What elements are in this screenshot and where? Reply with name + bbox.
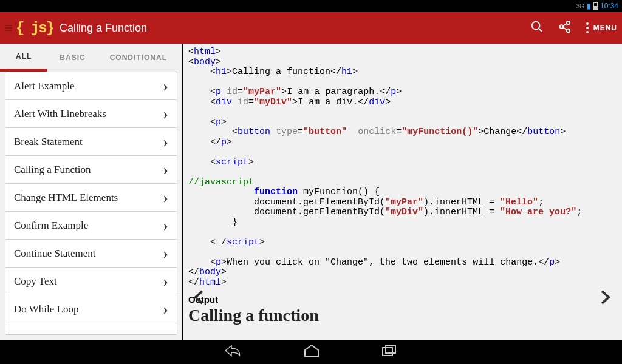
svg-point-2 [566,21,570,25]
filter-tabs: ALLBASICCONDITIONAL [0,44,182,72]
list-item[interactable]: Break Statement› [5,128,177,156]
recent-icon[interactable] [381,343,398,360]
list-item[interactable]: Copy Text› [5,268,177,295]
h1-text: Calling a function [232,67,330,77]
chevron-right-icon: › [163,189,168,207]
tab-basic[interactable]: BASIC [47,44,97,72]
svg-line-5 [563,24,567,26]
page-title: Calling a Function [60,22,147,35]
output-heading: Calling a function [188,306,617,325]
chevron-right-icon: › [163,133,168,151]
home-icon[interactable] [303,343,320,360]
chevron-right-icon: › [163,244,168,263]
list-item-label: Continue Statement [14,248,96,260]
chevron-right-icon: › [163,105,168,123]
svg-point-3 [559,25,563,29]
list-item[interactable]: Calling a Function› [5,156,177,184]
chevron-right-icon: › [163,217,168,235]
app-logo: { js} [16,20,53,36]
actionbar: { js} Calling a Function MENU [0,12,622,44]
svg-rect-8 [386,345,395,353]
list-item-label: Confirm Example [14,220,88,232]
list-item[interactable]: Change HTML Elements› [5,184,177,212]
list-item-label: Alert Example [14,80,75,92]
signal-icon: ▮ [587,2,591,10]
list-item-label: Calling a Function [14,164,91,176]
svg-line-1 [538,29,542,32]
list-item[interactable]: Do While Loop› [5,295,177,323]
list-item-label: Do While Loop [14,303,78,315]
chevron-right-icon: › [163,272,168,291]
chevron-right-icon: › [163,77,168,95]
list-item-label: Change HTML Elements [14,192,118,204]
svg-point-0 [531,22,539,30]
code-pane: <html> <body> <h1>Calling a function</h1… [183,44,622,340]
list-item-label: Break Statement [14,136,83,148]
battery-icon [593,2,598,10]
list-item-label: Copy Text [14,275,57,288]
share-icon[interactable] [558,20,572,36]
search-icon[interactable] [530,20,544,36]
next-button[interactable] [590,279,620,315]
svg-rect-7 [383,348,392,356]
list-item[interactable]: Confirm Example› [5,212,177,240]
main-content: ALLBASICCONDITIONAL Alert Example›Alert … [0,44,622,340]
list-item[interactable]: Alert Example› [5,72,177,100]
overflow-menu[interactable]: MENU [586,22,617,33]
list-item[interactable]: Continue Statement› [5,240,177,268]
list-item-label: Alert With Linebreaks [14,108,106,120]
menu-label: MENU [593,24,617,32]
svg-point-4 [566,29,570,32]
dots-icon [586,22,589,33]
tab-conditional[interactable]: CONDITIONAL [98,44,179,72]
android-statusbar: 3G ▮ 10:34 [0,0,622,12]
list-item[interactable]: Alert With Linebreaks› [5,100,177,128]
hamburger-icon[interactable] [5,24,12,32]
sidebar: ALLBASICCONDITIONAL Alert Example›Alert … [0,44,183,340]
prev-button[interactable] [185,279,214,315]
output-label: Output [188,295,617,305]
network-indicator: 3G [576,3,584,10]
back-icon[interactable] [224,343,242,360]
android-navbar [0,340,622,364]
svg-line-6 [563,27,567,30]
chevron-right-icon: › [163,161,168,179]
chevron-right-icon: › [163,300,168,318]
example-list: Alert Example›Alert With Linebreaks›Brea… [5,72,177,335]
clock: 10:34 [600,2,618,10]
tab-all[interactable]: ALL [0,44,47,72]
